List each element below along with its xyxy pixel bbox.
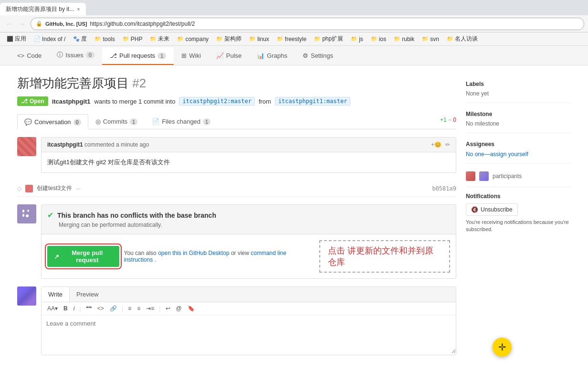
bookmark-tool[interactable]: 🔖 xyxy=(186,304,197,313)
editor-tab-write[interactable]: Write xyxy=(42,287,70,302)
files-count: 1 xyxy=(203,118,210,125)
task-list-tool[interactable]: ⇥≡ xyxy=(144,304,156,313)
pr-target-ref[interactable]: itcastphpgit2:master xyxy=(179,97,255,106)
commit-sha[interactable]: b0581a9 xyxy=(432,185,456,192)
bold-tool[interactable]: B xyxy=(62,304,70,313)
pullrequest-icon: ⎇ xyxy=(110,52,117,59)
wiki-icon: ⊞ xyxy=(181,52,187,59)
files-icon: 📄 xyxy=(152,118,159,125)
bookmark-icon: 📁 xyxy=(314,36,321,42)
annotation-text: 点击 讲更新的文件和并到原仓库 xyxy=(328,246,433,267)
nav-pulse[interactable]: 📈 Pulse xyxy=(209,47,250,65)
bookmark-rubik[interactable]: 📁 rubik xyxy=(391,35,417,43)
merge-action: ↗ Merge pull request You can also open t… xyxy=(42,234,456,278)
nav-pulse-label: Pulse xyxy=(226,52,242,59)
bookmark-ios[interactable]: 📁 ios xyxy=(368,35,389,43)
font-size-tool[interactable]: AA▾ xyxy=(45,304,60,313)
bookmark-baidu[interactable]: 🐾 度 xyxy=(70,34,90,44)
bookmark-php[interactable]: 📁 PHP xyxy=(120,35,146,43)
nav-settings-label: Settings xyxy=(311,52,333,59)
bookmark-icon: 📁 xyxy=(123,36,129,42)
nav-code-label: Code xyxy=(27,52,42,59)
pr-source-ref[interactable]: itcastphpgit1:master xyxy=(275,97,351,106)
repo-nav: <> Code ⓘ Issues 0 ⎇ Pull requests 1 ⊞ W… xyxy=(0,46,588,65)
code-tool[interactable]: <> xyxy=(95,304,106,313)
conversation-icon: 💬 xyxy=(24,118,32,126)
bookmark-tools[interactable]: 📁 tools xyxy=(92,35,117,43)
quote-tool[interactable]: ❝❝ xyxy=(84,304,94,313)
assignees-title: Assignees xyxy=(466,141,571,148)
commit-line: ◇ 创建test3文件 ··· b0581a9 xyxy=(17,180,456,197)
notification-text: You're receiving notifications because y… xyxy=(466,219,571,233)
pulse-icon: 📈 xyxy=(216,52,224,59)
forward-button[interactable]: → xyxy=(17,19,28,29)
comment-actions: +😊 ✏ xyxy=(431,141,450,148)
pr-status-badge: ⎇ Open xyxy=(17,96,48,106)
conversation-count: 0 xyxy=(74,119,81,126)
participant-avatar1 xyxy=(466,171,475,181)
emoji-button[interactable]: +😊 xyxy=(431,141,441,148)
bookmark-future[interactable]: 📁 未来 xyxy=(147,34,172,44)
tab-close-icon[interactable]: × xyxy=(77,6,80,12)
bookmark-icon: 📁 xyxy=(150,36,157,42)
italic-tool[interactable]: i xyxy=(72,304,77,313)
merge-btn-label: Merge pull request xyxy=(62,249,113,264)
address-url: https://github.com/itcastphpgit2/test/pu… xyxy=(90,21,195,27)
list-tool[interactable]: ≡ xyxy=(126,304,133,313)
bookmark-company[interactable]: 📁 company xyxy=(174,35,211,43)
link-tool[interactable]: 🔗 xyxy=(108,304,119,313)
milestone-section: Milestone No milestone xyxy=(466,105,571,133)
merge-pull-request-button[interactable]: ↗ Merge pull request xyxy=(47,246,119,267)
reply-tool[interactable]: ↩ xyxy=(164,304,172,313)
commits-label: Commits xyxy=(103,118,127,125)
tab-commits[interactable]: ◎ Commits 1 xyxy=(88,114,145,129)
bookmark-phpext[interactable]: 📁 php扩展 xyxy=(311,34,346,44)
nav-issues[interactable]: ⓘ Issues 0 xyxy=(49,46,102,65)
tab-files-changed[interactable]: 📄 Files changed 1 xyxy=(145,114,218,129)
toolbar-separator3: | xyxy=(158,305,161,312)
merge-box: ✔ This branch has no conflicts with the … xyxy=(41,204,456,279)
comment-author[interactable]: itcastphpgit1 xyxy=(47,141,83,148)
merge-title: This branch has no conflicts with the ba… xyxy=(57,212,216,219)
unsubscribe-label: Unsubscribe xyxy=(481,206,513,213)
comment-textarea[interactable] xyxy=(42,315,456,353)
editor-tab-preview[interactable]: Preview xyxy=(70,287,105,302)
editor-box: Write Preview AA▾ B i | ❝❝ <> 🔗 | ≡ ≡ xyxy=(41,286,456,355)
bookmark-svn[interactable]: 📁 svn xyxy=(419,35,442,43)
editor-toolbar: AA▾ B i | ❝❝ <> 🔗 | ≡ ≡ ⇥≡ | ↩ @ xyxy=(42,302,456,315)
back-button[interactable]: ← xyxy=(4,19,14,29)
bookmark-icon: 📁 xyxy=(177,36,184,42)
bookmark-app[interactable]: ⬛ 应用 xyxy=(4,34,29,44)
nav-code[interactable]: <> Code xyxy=(10,47,49,65)
unsubscribe-button[interactable]: 🔇 Unsubscribe xyxy=(466,203,518,216)
bookmark-js[interactable]: 📁 js xyxy=(348,35,366,43)
commits-icon: ◎ xyxy=(95,118,101,125)
nav-graphs[interactable]: 📊 Graphs xyxy=(249,47,295,65)
bookmark-freestyle[interactable]: 📁 freestyle xyxy=(274,35,309,43)
commit-avatar-small xyxy=(25,185,33,192)
nav-pullrequests[interactable]: ⎇ Pull requests 1 xyxy=(102,47,174,65)
code-icon: <> xyxy=(17,52,24,59)
ordered-list-tool[interactable]: ≡ xyxy=(135,304,142,313)
comment-box: itcastphpgit1 commented a minute ago +😊 … xyxy=(41,137,456,173)
bookmarks-bar: ⬛ 应用 📄 Index of / 🐾 度 📁 tools 📁 PHP 📁 未来… xyxy=(0,32,588,46)
nav-wiki[interactable]: ⊞ Wiki xyxy=(174,47,209,65)
bookmark-label: freestyle xyxy=(285,36,306,42)
bookmark-label: rubik xyxy=(402,36,414,42)
github-desktop-link[interactable]: open this in GitHub Desktop xyxy=(158,250,229,256)
bookmark-linux[interactable]: 📁 linux xyxy=(246,35,272,43)
active-tab[interactable]: 新增功能完善原项目 by it... × xyxy=(0,3,86,15)
nav-settings[interactable]: ⚙ Settings xyxy=(295,47,341,65)
merge-status: ✔ This branch has no conflicts with the … xyxy=(42,205,456,234)
bookmark-architect[interactable]: 📁 架构师 xyxy=(213,34,244,44)
participants-label: participants xyxy=(493,173,522,180)
bookmark-famous[interactable]: 📁 名人访谈 xyxy=(444,34,481,44)
address-bar[interactable]: 🔒 GitHub, Inc. [US] https://github.com/i… xyxy=(31,18,584,30)
mention-tool[interactable]: @ xyxy=(174,304,184,313)
bookmark-index[interactable]: 📄 Index of / xyxy=(31,35,68,43)
commit-ellipsis[interactable]: ··· xyxy=(76,185,81,192)
assign-self-link[interactable]: No one—assign yourself xyxy=(466,151,528,158)
tab-conversation[interactable]: 💬 Conversation 0 xyxy=(17,114,88,129)
edit-button[interactable]: ✏ xyxy=(445,141,450,148)
bookmark-label: 架构师 xyxy=(224,35,242,43)
